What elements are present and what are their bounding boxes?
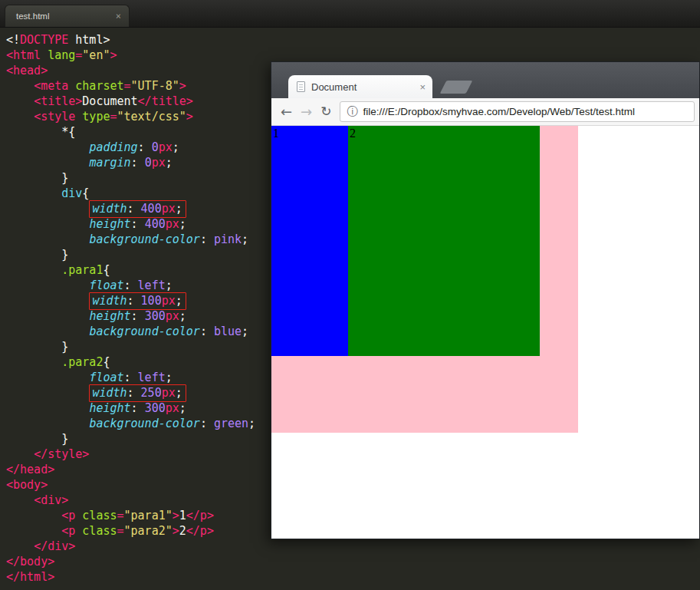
code-line: <meta charset="UTF-8"> [6, 78, 270, 94]
browser-title-bar[interactable]: Document × [271, 62, 699, 98]
code-line: height: 400px; [6, 216, 270, 232]
editor-tab-close-icon[interactable]: × [116, 11, 121, 21]
code-line: <style type="text/css"> [6, 109, 270, 124]
browser-tab-close-icon[interactable]: × [419, 81, 426, 93]
back-icon[interactable]: ← [281, 105, 292, 119]
code-line: float: left; [6, 370, 270, 385]
highlight-box: width: 250px; [89, 384, 186, 402]
browser-tab-document[interactable]: Document × [288, 75, 432, 98]
code-line: </head> [6, 462, 270, 477]
demo-para-1: 1 [271, 126, 348, 356]
reload-icon[interactable]: ↻ [320, 105, 331, 118]
browser-toolbar: ← → ↻ ⓘ file:///E:/Dropbox/smyhvae.com/D… [271, 98, 699, 126]
code-line: <p class="para1">1</p> [6, 508, 270, 523]
code-line: <html lang="en"> [6, 48, 270, 63]
browser-tab-title: Document [311, 81, 413, 93]
address-bar[interactable]: ⓘ file:///E:/Dropbox/smyhvae.com/Develop… [340, 101, 695, 122]
code-line: } [6, 247, 270, 262]
code-line: .para2{ [6, 354, 270, 370]
editor-tab-title: test.html [16, 12, 116, 21]
code-line: <!DOCTYPE html> [6, 32, 270, 48]
code-line: </style> [6, 447, 270, 462]
code-line: float: left; [6, 278, 270, 293]
code-area[interactable]: <!DOCTYPE html><html lang="en"><head> <m… [0, 28, 270, 590]
new-tab-button[interactable] [440, 81, 473, 94]
code-line: height: 300px; [6, 400, 270, 416]
code-line: margin: 0px; [6, 155, 270, 170]
code-line: } [6, 339, 270, 354]
code-line: </body> [6, 554, 270, 569]
document-favicon-icon [297, 81, 305, 92]
code-line: <title>Document</title> [6, 94, 270, 109]
code-line: .para1{ [6, 262, 270, 278]
code-line: <div> [6, 493, 270, 508]
code-line: width: 250px; [6, 385, 270, 400]
editor-tab-bar: test.html × [0, 0, 700, 28]
code-line: <body> [6, 477, 270, 493]
highlight-box: width: 100px; [89, 292, 186, 310]
code-line: <p class="para2">2</p> [6, 523, 270, 539]
code-line: background-color: pink; [6, 232, 270, 247]
highlight-box: width: 400px; [89, 200, 186, 218]
code-line: } [6, 170, 270, 186]
forward-icon[interactable]: → [301, 105, 312, 119]
code-line: padding: 0px; [6, 140, 270, 155]
demo-pink-div: 12 [271, 126, 578, 433]
code-line: </div> [6, 539, 270, 554]
address-url: file:///E:/Dropbox/smyhvae.com/Develop/W… [363, 106, 635, 117]
code-line: } [6, 431, 270, 447]
demo-para-2: 2 [348, 126, 540, 356]
code-line: width: 400px; [6, 201, 270, 216]
code-line: background-color: green; [6, 416, 270, 431]
code-line: *{ [6, 124, 270, 140]
code-line: width: 100px; [6, 293, 270, 308]
code-line: background-color: blue; [6, 324, 270, 339]
code-line: </html> [6, 569, 270, 585]
editor-tab-test-html[interactable]: test.html × [5, 5, 130, 27]
info-icon[interactable]: ⓘ [347, 105, 357, 119]
browser-viewport: 12 [271, 126, 699, 539]
code-line: <head> [6, 63, 270, 78]
browser-window: Document × ← → ↻ ⓘ file:///E:/Dropbox/sm… [271, 61, 700, 539]
code-line: div{ [6, 186, 270, 201]
code-line: height: 300px; [6, 308, 270, 324]
